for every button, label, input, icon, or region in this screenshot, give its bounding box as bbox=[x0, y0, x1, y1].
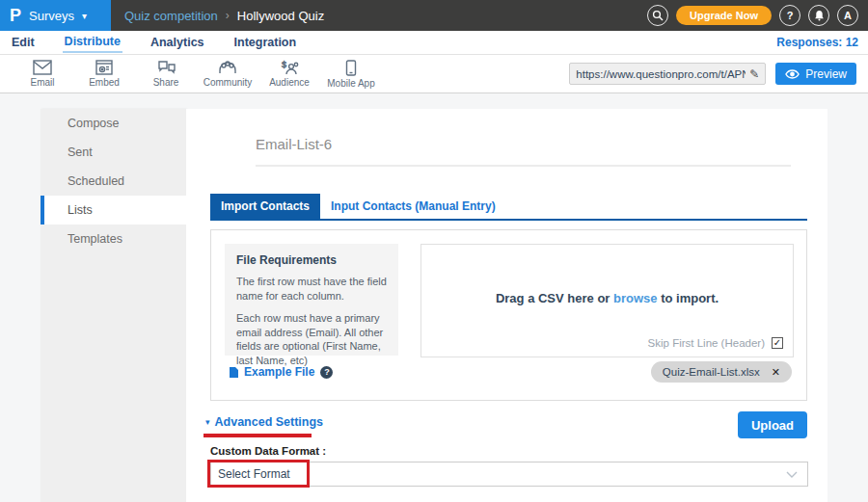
uploaded-file-chip: Quiz-Email-List.xlsx ✕ bbox=[651, 361, 792, 383]
breadcrumb: Quiz competition › Hollywood Quiz bbox=[124, 9, 324, 23]
search-icon bbox=[652, 10, 664, 21]
nav-tab-distribute[interactable]: Distribute bbox=[63, 32, 122, 53]
chevron-down-icon bbox=[786, 465, 798, 483]
preview-button[interactable]: Preview bbox=[775, 63, 856, 85]
caret-down-icon: ▾ bbox=[82, 11, 87, 21]
responses-count[interactable]: Responses: 12 bbox=[776, 36, 858, 49]
channel-mobile-app[interactable]: Mobile App bbox=[320, 60, 382, 89]
channel-embed[interactable]: Embed bbox=[73, 60, 135, 89]
bell-icon bbox=[814, 10, 825, 21]
upload-button[interactable]: Upload bbox=[738, 411, 807, 438]
channel-audience[interactable]: $ Audience bbox=[258, 60, 320, 89]
help-button[interactable]: ? bbox=[779, 5, 800, 26]
file-requirements-title: File Requirements bbox=[236, 253, 387, 267]
edit-url-icon[interactable]: ✎ bbox=[749, 67, 759, 81]
document-icon bbox=[229, 366, 239, 379]
channel-community[interactable]: Community bbox=[197, 60, 258, 89]
upgrade-now-button[interactable]: Upgrade Now bbox=[676, 6, 772, 25]
survey-url-field[interactable]: https://www.questionpro.com/t/APNrFZ ✎ bbox=[569, 63, 766, 85]
account-avatar[interactable]: A bbox=[837, 5, 858, 26]
email-icon bbox=[33, 60, 52, 75]
toolbar-right: https://www.questionpro.com/t/APNrFZ ✎ P… bbox=[569, 63, 868, 85]
main-panel: Email-List-6 Import Contacts Input Conta… bbox=[186, 109, 827, 502]
search-button[interactable] bbox=[647, 5, 668, 26]
csv-dropzone[interactable]: Drag a CSV here or browse to import. Ski… bbox=[420, 244, 794, 357]
channel-email[interactable]: Email bbox=[12, 60, 73, 89]
nav-tab-edit[interactable]: Edit bbox=[10, 33, 37, 52]
email-list-name-field[interactable]: Email-List-6 bbox=[256, 136, 791, 152]
top-bar: P Surveys ▾ Quiz competition › Hollywood… bbox=[0, 0, 868, 31]
sidebar-item-sent[interactable]: Sent bbox=[41, 138, 186, 167]
channel-share[interactable]: Share bbox=[135, 60, 197, 89]
survey-url-text[interactable]: https://www.questionpro.com/t/APNrFZ bbox=[576, 68, 746, 80]
channel-list: Email Embed Share bbox=[0, 60, 382, 89]
sidebar-item-scheduled[interactable]: Scheduled bbox=[41, 167, 186, 196]
file-requirements-line-2: Each row must have a primary email addre… bbox=[236, 311, 387, 368]
custom-data-format-select[interactable]: Select Format bbox=[210, 462, 808, 487]
example-file-label: Example File bbox=[244, 365, 314, 379]
browse-link[interactable]: browse bbox=[613, 291, 658, 305]
breadcrumb-separator-icon: › bbox=[226, 9, 230, 22]
remove-file-icon[interactable]: ✕ bbox=[772, 366, 780, 379]
product-name: Surveys bbox=[29, 9, 74, 23]
nav-tab-analytics[interactable]: Analytics bbox=[149, 33, 206, 52]
help-icon[interactable]: ? bbox=[320, 366, 333, 379]
notifications-button[interactable] bbox=[808, 5, 829, 26]
nav-tab-integration[interactable]: Integration bbox=[232, 33, 299, 52]
sidebar-item-compose[interactable]: Compose bbox=[41, 109, 186, 138]
surveys-product-menu[interactable]: P Surveys ▾ bbox=[0, 0, 111, 31]
community-icon bbox=[218, 60, 237, 75]
tab-input-contacts-manual[interactable]: Input Contacts (Manual Entry) bbox=[320, 194, 506, 219]
skip-first-line-row: Skip First Line (Header) ✓ bbox=[648, 337, 783, 349]
custom-data-format-label: Custom Data Format : bbox=[210, 445, 326, 457]
file-requirements-line-1: The first row must have the field name f… bbox=[236, 275, 387, 304]
preview-label: Preview bbox=[805, 67, 847, 81]
questionpro-logo-icon: P bbox=[10, 7, 21, 24]
skip-first-line-label: Skip First Line (Header) bbox=[648, 337, 765, 349]
share-icon bbox=[157, 60, 176, 75]
email-sidebar: Compose Sent Scheduled Lists Templates bbox=[41, 109, 186, 502]
advanced-settings-label: Advanced Settings bbox=[215, 415, 324, 429]
import-contacts-panel: File Requirements The first row must hav… bbox=[210, 229, 807, 401]
dropzone-text: Drag a CSV here or browse to import. bbox=[421, 291, 793, 305]
eye-icon bbox=[785, 69, 800, 79]
contacts-tabs: Import Contacts Input Contacts (Manual E… bbox=[210, 194, 807, 221]
breadcrumb-folder[interactable]: Quiz competition bbox=[124, 9, 218, 23]
caret-down-icon: ▾ bbox=[205, 417, 210, 427]
example-file-link[interactable]: Example File bbox=[229, 365, 314, 379]
file-requirements-box: File Requirements The first row must hav… bbox=[225, 244, 398, 356]
sidebar-item-lists[interactable]: Lists bbox=[41, 196, 186, 225]
questionpro-distribute-page: P Surveys ▾ Quiz competition › Hollywood… bbox=[0, 0, 868, 502]
sidebar-item-templates[interactable]: Templates bbox=[41, 225, 186, 253]
list-title-block: Email-List-6 bbox=[256, 136, 791, 167]
svg-text:$: $ bbox=[282, 60, 286, 69]
uploaded-file-name: Quiz-Email-List.xlsx bbox=[663, 366, 760, 378]
embed-icon bbox=[95, 60, 113, 75]
select-format-value: Select Format bbox=[218, 467, 786, 481]
audience-icon: $ bbox=[280, 60, 299, 75]
breadcrumb-survey-name: Hollywood Quiz bbox=[237, 9, 324, 23]
tab-import-contacts[interactable]: Import Contacts bbox=[210, 194, 320, 219]
mobile-app-icon bbox=[345, 60, 357, 76]
skip-first-line-checkbox[interactable]: ✓ bbox=[772, 337, 783, 349]
distribute-toolbar: Email Embed Share bbox=[0, 55, 868, 93]
survey-nav: Edit Distribute Analytics Integration Re… bbox=[0, 31, 868, 55]
advanced-settings-toggle[interactable]: ▾ Advanced Settings bbox=[205, 415, 323, 429]
example-file-row: Example File ? bbox=[229, 365, 333, 379]
topbar-actions: Upgrade Now ? A bbox=[647, 5, 868, 26]
list-title-underline bbox=[256, 165, 791, 167]
